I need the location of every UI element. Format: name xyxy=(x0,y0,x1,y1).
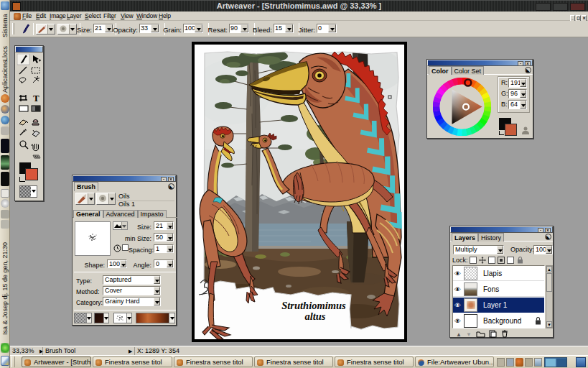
svg-text:T: T xyxy=(33,93,39,104)
svg-text:Struthiomimus: Struthiomimus xyxy=(281,300,346,311)
svg-text:altus: altus xyxy=(304,310,325,322)
